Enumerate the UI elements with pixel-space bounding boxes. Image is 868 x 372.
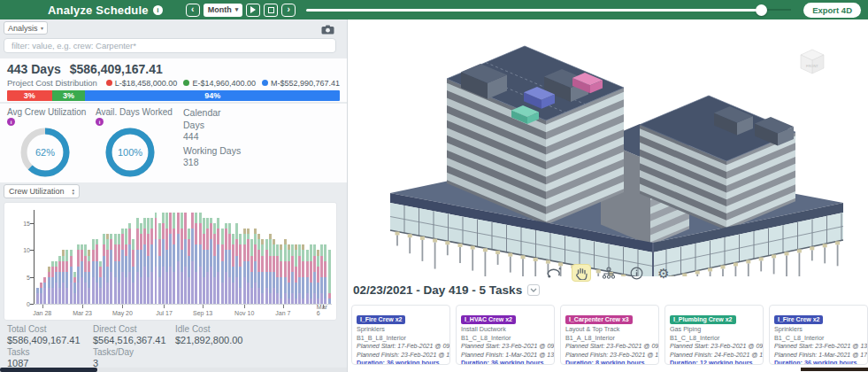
chevron-down-icon: ▾ bbox=[235, 6, 239, 13]
duration: Duration: 36 working hours bbox=[461, 359, 549, 365]
spinner-icon: ▴▾ bbox=[72, 188, 74, 195]
bar bbox=[302, 244, 304, 304]
bar bbox=[106, 234, 109, 304]
bar bbox=[320, 244, 323, 304]
bar bbox=[306, 250, 309, 304]
x-tick-label: Jul 17 bbox=[156, 310, 173, 316]
planned-start: Planned Start: 17-Feb-2021 @ 09:00 bbox=[357, 342, 445, 350]
x-tick-label: Nov 10 bbox=[234, 310, 254, 316]
y-tick-label: 15 bbox=[11, 221, 30, 227]
gauge-label: Avg Crew Utilization bbox=[7, 107, 86, 117]
analysis-panel: Analysis ▾ 443 Days $586,409,167.41 Proj… bbox=[0, 19, 348, 372]
bar bbox=[43, 277, 46, 304]
bar bbox=[195, 213, 197, 304]
bar bbox=[128, 223, 131, 304]
stop-button[interactable] bbox=[264, 4, 278, 17]
svg-text:FRONT: FRONT bbox=[806, 64, 818, 68]
bar bbox=[269, 234, 272, 304]
bar bbox=[177, 213, 180, 304]
task-card[interactable]: I_Plumbing Crew x2 Gas Piping B1_C_L8_In… bbox=[664, 305, 764, 365]
bar bbox=[328, 250, 331, 304]
distribution-legend: L-$18,458,000.00 E-$14,960,400.00 M-$552… bbox=[106, 79, 340, 88]
planned-start: Planned Start: 23-Feb-2021 @ 09:00 bbox=[670, 342, 758, 350]
scrollbar-thumb[interactable] bbox=[801, 368, 868, 371]
cost-distribution-bar: 3%3%94% bbox=[7, 90, 340, 101]
view-cube[interactable]: FRONT bbox=[796, 46, 828, 78]
export-4d-button[interactable]: Export 4D bbox=[803, 3, 861, 18]
info-icon[interactable]: i bbox=[7, 118, 15, 126]
settings-gear-button[interactable]: ⚙ bbox=[654, 264, 673, 282]
collapse-tasks-button[interactable] bbox=[527, 284, 540, 296]
distribution-segment: 3% bbox=[52, 90, 86, 101]
duration: Duration: 8 working hours bbox=[565, 359, 654, 365]
bar bbox=[48, 267, 50, 304]
info-tool-button[interactable] bbox=[626, 264, 646, 282]
timeline-knob[interactable] bbox=[756, 4, 767, 16]
bar bbox=[265, 239, 268, 304]
info-icon[interactable]: i bbox=[96, 118, 104, 126]
step-back-button[interactable]: ‹ bbox=[186, 4, 200, 17]
chart-metric-select[interactable]: Crew Utilization ▴▾ bbox=[4, 184, 80, 198]
bar bbox=[155, 213, 157, 304]
bar bbox=[191, 213, 194, 304]
snapshot-camera-icon[interactable] bbox=[321, 22, 334, 38]
gauge-value: 100% bbox=[104, 127, 156, 178]
y-tick-label: 0 bbox=[11, 301, 30, 307]
planned-start: Planned Start: 23-Feb-2021 @ 13:00 bbox=[774, 342, 863, 350]
timeline-fill bbox=[306, 9, 762, 12]
bar bbox=[203, 218, 205, 304]
title-info-icon[interactable]: i bbox=[153, 5, 163, 15]
left-panel-hscrollbar[interactable] bbox=[0, 368, 347, 372]
bar bbox=[284, 239, 287, 304]
pan-hand-tool-button[interactable] bbox=[572, 264, 591, 282]
page-title: Analyze Schedule bbox=[48, 4, 149, 17]
timeline-slider[interactable] bbox=[306, 4, 791, 16]
step-forward-button[interactable]: › bbox=[281, 4, 296, 17]
task-card[interactable]: I_Fire Crew x2 Sprinklers B1_C_L8_Interi… bbox=[769, 305, 868, 365]
bar bbox=[96, 239, 98, 304]
scrollbar-thumb[interactable] bbox=[0, 368, 97, 372]
task-card[interactable]: I_Carpenter Crew x3 Layout & Top Track B… bbox=[560, 305, 659, 365]
bar bbox=[121, 229, 124, 304]
cards-hscrollbar[interactable] bbox=[348, 368, 868, 371]
play-button[interactable] bbox=[246, 4, 260, 17]
crew-badge: I_Carpenter Crew x3 bbox=[565, 315, 633, 324]
model-tree-tool-button[interactable] bbox=[599, 264, 618, 282]
bar bbox=[62, 250, 65, 304]
bar bbox=[51, 261, 54, 304]
bar bbox=[213, 223, 216, 304]
bar bbox=[40, 283, 42, 304]
idle-cost-value: $21,892,800.00 bbox=[175, 335, 242, 345]
bar bbox=[103, 234, 105, 304]
bar bbox=[65, 250, 68, 304]
x-tick-label: Jan 28 bbox=[33, 310, 51, 316]
total-cost-value: $586,409,167.41 bbox=[7, 335, 81, 345]
bar bbox=[158, 223, 161, 304]
task-card[interactable]: I_HVAC Crew x2 Install Ductwork B1_C_L8_… bbox=[456, 305, 555, 365]
building-3d-model[interactable] bbox=[348, 19, 868, 276]
distribution-label: Project Cost Distribution bbox=[7, 78, 97, 88]
bar bbox=[125, 229, 127, 304]
bar bbox=[221, 229, 224, 304]
filter-input[interactable] bbox=[4, 38, 336, 53]
analysis-select[interactable]: Analysis ▾ bbox=[4, 21, 48, 35]
planned-finish: Planned Finish: 23-Feb-2021 @ 13:00 bbox=[357, 351, 445, 359]
day-tasks-title: 02/23/2021 - Day 419 - 5 Tasks bbox=[353, 283, 522, 297]
distribution-segment: 3% bbox=[7, 90, 52, 101]
task-card[interactable]: I_Fire Crew x2 Sprinklers B1_B_L8_Interi… bbox=[351, 305, 450, 365]
planned-finish: Planned Finish: 1-Mar-2021 @ 13:00 bbox=[461, 351, 549, 359]
period-select[interactable]: Month ▾ bbox=[204, 4, 243, 17]
totals-section: Total Cost $586,409,167.41 Direct Cost $… bbox=[0, 324, 347, 367]
bar bbox=[235, 223, 238, 304]
bar bbox=[188, 229, 190, 304]
total-days: 443 Days bbox=[7, 62, 61, 76]
element-id: B1_B_L8_Interior bbox=[357, 334, 445, 343]
play-icon bbox=[250, 6, 256, 13]
planned-start: Planned Start: 23-Feb-2021 @ 09:00 bbox=[565, 342, 654, 350]
bar bbox=[81, 244, 83, 304]
bar bbox=[150, 218, 153, 304]
task-name: Sprinklers bbox=[774, 325, 863, 334]
element-id: B1_A_L8_Interior bbox=[565, 334, 654, 343]
bar bbox=[232, 234, 234, 304]
orbit-tool-button[interactable] bbox=[544, 264, 564, 282]
